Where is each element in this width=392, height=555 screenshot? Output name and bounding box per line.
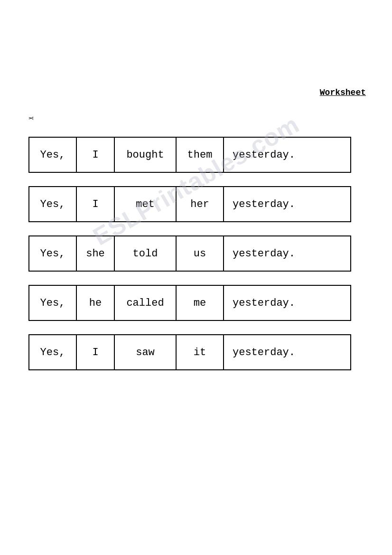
sentence-row-1: Yes,Iboughtthemyesterday. bbox=[28, 137, 351, 173]
cell-4-obj: me bbox=[177, 286, 224, 320]
cell-2-obj: her bbox=[177, 187, 224, 221]
cell-1-when: yesterday. bbox=[224, 138, 304, 172]
cell-5-subj: I bbox=[77, 335, 115, 369]
cell-3-obj: us bbox=[177, 236, 224, 271]
cell-4-subj: he bbox=[77, 286, 115, 320]
sentence-row-5: Yes,Isawityesterday. bbox=[28, 334, 351, 370]
cell-2-subj: I bbox=[77, 187, 115, 221]
cell-1-subj: I bbox=[77, 138, 115, 172]
cell-4-when: yesterday. bbox=[224, 286, 304, 320]
cell-5-verb: saw bbox=[115, 335, 177, 369]
cell-2-verb: met bbox=[115, 187, 177, 221]
worksheet-label: Worksheet bbox=[320, 88, 366, 97]
cell-5-when: yesterday. bbox=[224, 335, 304, 369]
cell-3-subj: she bbox=[77, 236, 115, 271]
cell-4-verb: called bbox=[115, 286, 177, 320]
cell-5-yes: Yes, bbox=[29, 335, 77, 369]
sentence-row-3: Yes,shetoldusyesterday. bbox=[28, 235, 351, 272]
page: Worksheet ✂ ESLPrintables.com Yes,Ibough… bbox=[0, 0, 392, 555]
sentence-row-2: Yes,Imetheryesterday. bbox=[28, 186, 351, 222]
cell-1-verb: bought bbox=[115, 138, 177, 172]
cell-5-obj: it bbox=[177, 335, 224, 369]
cell-3-when: yesterday. bbox=[224, 236, 304, 271]
cell-2-when: yesterday. bbox=[224, 187, 304, 221]
cell-1-obj: them bbox=[177, 138, 224, 172]
sentence-row-4: Yes,hecalledmeyesterday. bbox=[28, 285, 351, 321]
cell-3-yes: Yes, bbox=[29, 236, 77, 271]
cell-3-verb: told bbox=[115, 236, 177, 271]
sentences-container: Yes,Iboughtthemyesterday.Yes,Imetheryest… bbox=[28, 137, 373, 370]
cell-4-yes: Yes, bbox=[29, 286, 77, 320]
cell-1-yes: Yes, bbox=[29, 138, 77, 172]
cell-2-yes: Yes, bbox=[29, 187, 77, 221]
scissors-icon: ✂ bbox=[28, 113, 34, 123]
